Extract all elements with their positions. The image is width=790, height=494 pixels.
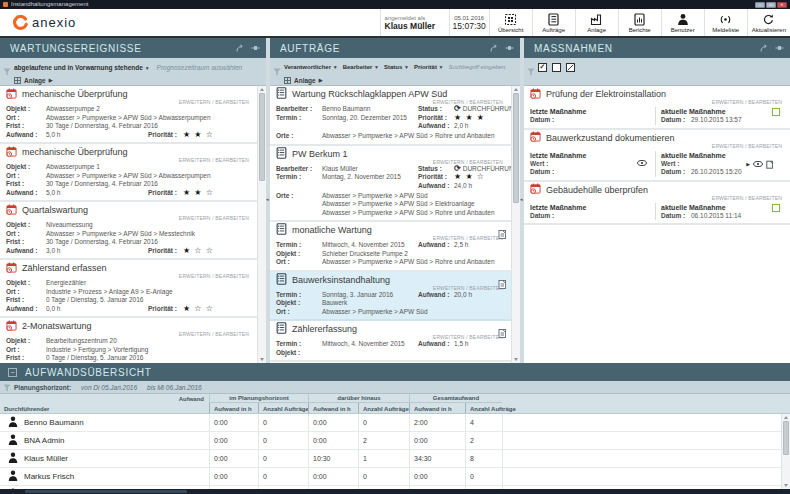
von-date[interactable]: von Di 05.Jan.2016 [81,384,137,391]
status-filter-dropdown[interactable]: abgelaufene und in Vorwarnung stehende ▼ [14,64,150,71]
scroll-down-arrow[interactable] [260,358,264,361]
wartung-card[interactable]: Zählerstand erfassen ERWEITERN / BEARBEI… [0,260,257,318]
expand-edit-link[interactable]: ERWEITERN / BEARBEITEN [530,196,782,201]
filter-cancelled-checkbox[interactable] [566,63,575,72]
auftrag-card[interactable]: PW Berkum 1 ERWEITERN / BEARBEITEN Bearb… [270,146,511,223]
massnahme-card[interactable]: Prüfung der Elektroinstallation ERWEITER… [524,86,790,130]
nav-benutzer-button[interactable]: Benutzer [661,9,704,36]
undock-icon[interactable] [490,44,500,52]
scroll-up-arrow[interactable] [260,88,264,91]
minimize-button[interactable]: – [755,2,765,8]
col-anzahl[interactable]: Anzahl Aufträge [258,403,308,413]
table-row[interactable]: Markus Frisch 0:00 0 0:00 0 0:00 0 [0,468,790,486]
pin-icon[interactable] [251,44,260,52]
table-row[interactable]: Klaus Müller 0:00 0 10:30 1 34:30 8 [0,450,790,468]
scrollbar-thumb[interactable] [783,421,789,455]
scrollbar-thumb[interactable] [25,490,187,493]
panel-header: MASSNAHMEN [524,38,790,58]
bis-date[interactable]: bis Mi 06.Jan.2016 [147,384,202,391]
panel-title: WARTUNGSEREIGNISSE [10,43,231,54]
massnahme-card[interactable]: Gebäudehülle überprüfen ERWEITERN / BEAR… [524,182,790,226]
expand-edit-link[interactable]: ERWEITERN / BEARBEITEN [530,144,782,149]
prioritaet-dropdown[interactable]: Priorität ▼ [414,64,444,70]
nav-berichte-button[interactable]: Berichte [618,9,661,36]
table-vertical-scrollbar[interactable] [781,414,790,489]
wartung-card[interactable]: mechanische Überprüfung ERWEITERN / BEAR… [0,144,257,202]
nav-anlage-button[interactable]: Anlage [575,9,618,36]
nav-uebersicht-button[interactable]: Übersicht [489,9,532,36]
col-aufwand-h[interactable]: Aufwand in h [409,403,465,413]
scroll-up-arrow[interactable] [784,416,788,419]
scroll-down-arrow[interactable] [514,358,518,361]
auftrag-card[interactable]: Wartung Rückschlagklappen APW Süd ERWEIT… [270,86,511,146]
bearbeiter-dropdown[interactable]: Bearbeiter ▼ [343,64,379,70]
col-anzahl[interactable]: Anzahl Aufträge [358,403,409,413]
expand-edit-link[interactable]: ERWEITERN / BEARBEITEN [530,100,782,105]
field-label: Objekt : [6,163,46,172]
table-row[interactable]: Benno Baumann 0:00 0 0:00 0 2:00 4 [0,414,790,432]
search-placeholder[interactable]: Suchbegriff eingeben [449,64,506,70]
caret-right-icon[interactable]: ▶ [746,160,750,169]
card-title: Zählerstand erfassen [22,263,107,273]
termin-value: Montag, 2. November 2015 [322,173,401,182]
eye-icon[interactable] [753,161,763,167]
nav-aktualisieren-button[interactable]: Aktualisieren [747,9,790,36]
person-icon [8,470,18,483]
collapse-arrow-icon[interactable]: ◂ [520,196,523,202]
collapse-panel-button[interactable]: − [8,368,17,377]
col-anzahl[interactable]: Anzahl Aufträge [465,403,502,413]
nav-auftraege-button[interactable]: Aufträge [532,9,575,36]
field-label: Priorität : [148,247,177,256]
wartung-card[interactable]: mechanische Überprüfung ERWEITERN / BEAR… [0,86,257,144]
col-aufwand-h[interactable]: Aufwand in h [209,403,258,413]
panel-title: AUFTRÄGE [280,43,485,54]
status-dropdown[interactable]: Status ▼ [384,64,409,70]
collapse-arrow-icon[interactable]: ◂ [266,196,269,202]
field-label: Objekt : [6,105,46,114]
anlage-filter[interactable]: Anlage ▶ [14,74,262,86]
termin-value: Sonntag, 20. Dezember 2015 [322,114,407,123]
filter-done-checkbox[interactable]: ✓ [538,63,547,72]
col-aufwand-h[interactable]: Aufwand in h [308,403,358,413]
done-checkbox[interactable] [772,108,780,116]
auftrag-card[interactable]: Zählererfassung ERWEITERN / BEARBEITEN T… [270,321,511,362]
card-title: Prüfung der Elektroinstallation [546,89,666,99]
nav-meldeliste-button[interactable]: Meldeliste [704,9,747,36]
filter-open-checkbox[interactable] [552,63,561,72]
objekt-value: Energiezähler [46,279,86,288]
scroll-up-arrow[interactable] [514,88,518,91]
anlage-filter[interactable]: Anlage ▶ [284,74,516,86]
field-label: Ort : [6,172,46,181]
done-checkbox[interactable] [772,204,780,212]
scroll-down-arrow[interactable] [784,484,788,487]
pin-icon[interactable] [505,44,514,52]
filter-bar: abgelaufene und in Vorwarnung stehende ▼… [0,58,266,86]
filter-bar: Verantwortlicher ▼ Bearbeiter ▼ Status ▼… [270,58,520,86]
aufwand-value: 2,0 h [454,122,468,131]
prognose-placeholder[interactable]: Prognosezeitraum auswählen [157,64,243,71]
priority-stars: ★ ★ ★ [454,114,485,123]
bearbeiter-value: Klaus Müller [322,165,358,174]
undock-icon[interactable] [236,44,246,52]
table-row[interactable]: BNA Admin 0:00 0 0:00 2 0:00 2 [0,432,790,450]
auftrag-card-selected[interactable]: Bauwerksinstandhaltung ERWEITERN / BEARB… [270,272,511,322]
eye-icon[interactable] [637,160,647,166]
maximize-button[interactable]: ▭ [766,2,776,8]
pin-icon[interactable] [775,44,784,52]
massnahme-card[interactable]: Bauwerkzustand dokumentieren ERWEITERN /… [524,130,790,182]
scrollbar-thumb[interactable] [259,93,265,181]
wartung-card[interactable]: Quartalswartung ERWEITERN / BEARBEITEN O… [0,202,257,260]
window-title: Instandhaltungsmanagement [11,0,754,9]
col-durchfuehrender[interactable]: Durchführender [0,403,209,413]
auftrag-card[interactable]: monatliche Wartung ERWEITERN / BEARBEITE… [270,222,511,272]
horizontal-scrollbar[interactable] [0,489,790,494]
undock-icon[interactable] [760,44,770,52]
scrollbar-thumb[interactable] [513,93,519,203]
card-title: mechanische Überprüfung [22,89,128,99]
verantwortlicher-dropdown[interactable]: Verantwortlicher ▼ [284,64,338,70]
vertical-scrollbar[interactable] [511,86,520,363]
wartung-card[interactable]: 2-Monatswartung ERWEITERN / BEARBEITEN O… [0,318,257,363]
vertical-scrollbar[interactable] [257,86,266,363]
letzte-massnahme-header: letzte Maßnahme [530,151,649,160]
close-button[interactable]: ✕ [777,2,787,8]
